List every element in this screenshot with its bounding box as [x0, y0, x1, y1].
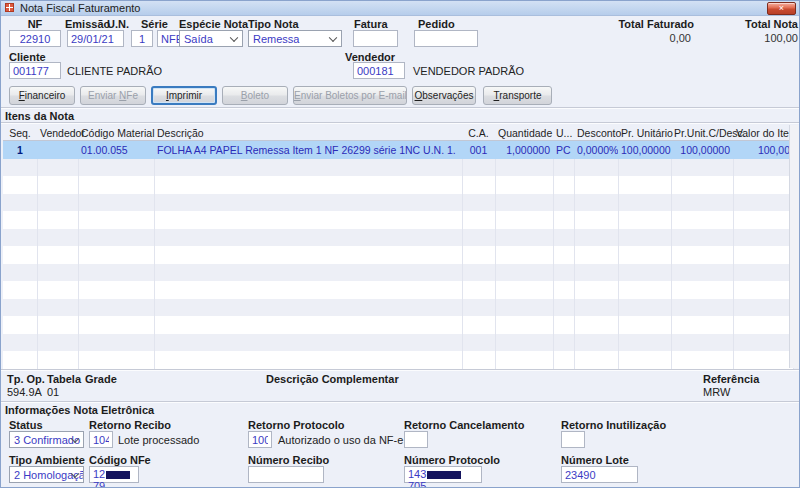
empty-cell[interactable]: [3, 316, 37, 334]
empty-cell[interactable]: [495, 176, 553, 194]
empty-cell[interactable]: [37, 159, 78, 177]
empty-cell[interactable]: [78, 299, 154, 317]
empty-cell[interactable]: [574, 299, 618, 317]
empty-cell[interactable]: [553, 316, 574, 334]
empty-cell[interactable]: [495, 229, 553, 247]
col-um[interactable]: U...: [553, 125, 574, 141]
empty-cell[interactable]: [671, 351, 733, 369]
cell-valor[interactable]: 100,00: [733, 141, 793, 159]
empty-row[interactable]: [3, 159, 793, 177]
empty-cell[interactable]: [78, 211, 154, 229]
empty-cell[interactable]: [3, 229, 37, 247]
empty-row[interactable]: [3, 264, 793, 282]
empty-cell[interactable]: [618, 334, 671, 352]
cell-vendedor[interactable]: [37, 141, 78, 159]
empty-cell[interactable]: [574, 211, 618, 229]
empty-cell[interactable]: [37, 299, 78, 317]
empty-row[interactable]: [3, 351, 793, 369]
emissao-input[interactable]: [67, 30, 124, 47]
empty-cell[interactable]: [671, 176, 733, 194]
col-ca[interactable]: C.A.: [462, 125, 495, 141]
empty-cell[interactable]: [733, 211, 793, 229]
close-button[interactable]: ×: [767, 2, 796, 15]
empty-cell[interactable]: [154, 194, 462, 212]
cliente-code-input[interactable]: [9, 62, 61, 79]
empty-cell[interactable]: [553, 351, 574, 369]
transporte-button[interactable]: Transporte: [483, 86, 552, 105]
empty-cell[interactable]: [154, 316, 462, 334]
empty-cell[interactable]: [618, 176, 671, 194]
enviar-nfe-button[interactable]: Enviar NFe: [80, 86, 146, 105]
empty-cell[interactable]: [462, 264, 495, 282]
empty-cell[interactable]: [553, 159, 574, 177]
empty-row[interactable]: [3, 229, 793, 247]
empty-cell[interactable]: [37, 264, 78, 282]
empty-cell[interactable]: [3, 334, 37, 352]
empty-cell[interactable]: [154, 334, 462, 352]
table-scrollbar[interactable]: [789, 125, 799, 368]
empty-cell[interactable]: [733, 264, 793, 282]
observacoes-button[interactable]: Observações: [412, 86, 476, 105]
empty-cell[interactable]: [495, 334, 553, 352]
empty-cell[interactable]: [671, 229, 733, 247]
empty-cell[interactable]: [574, 229, 618, 247]
empty-cell[interactable]: [574, 316, 618, 334]
empty-cell[interactable]: [671, 316, 733, 334]
empty-cell[interactable]: [618, 194, 671, 212]
empty-cell[interactable]: [462, 281, 495, 299]
empty-cell[interactable]: [78, 246, 154, 264]
empty-cell[interactable]: [733, 316, 793, 334]
empty-cell[interactable]: [462, 176, 495, 194]
empty-cell[interactable]: [553, 281, 574, 299]
empty-cell[interactable]: [671, 264, 733, 282]
col-seq[interactable]: Seq.: [3, 125, 37, 141]
empty-cell[interactable]: [553, 334, 574, 352]
codigo-nfe-field[interactable]: 1279: [89, 466, 139, 483]
empty-cell[interactable]: [3, 159, 37, 177]
empty-cell[interactable]: [37, 351, 78, 369]
empty-cell[interactable]: [618, 316, 671, 334]
empty-cell[interactable]: [495, 281, 553, 299]
empty-cell[interactable]: [618, 281, 671, 299]
empty-cell[interactable]: [154, 211, 462, 229]
col-pr-unit-c-desc[interactable]: Pr.Unit.C/Desc.: [671, 125, 733, 141]
empty-cell[interactable]: [733, 176, 793, 194]
empty-cell[interactable]: [733, 281, 793, 299]
empty-cell[interactable]: [495, 299, 553, 317]
empty-cell[interactable]: [154, 246, 462, 264]
empty-cell[interactable]: [154, 299, 462, 317]
empty-cell[interactable]: [37, 334, 78, 352]
empty-cell[interactable]: [78, 334, 154, 352]
numero-recibo-input[interactable]: [248, 466, 324, 483]
empty-cell[interactable]: [78, 176, 154, 194]
empty-cell[interactable]: [733, 246, 793, 264]
empty-cell[interactable]: [495, 159, 553, 177]
empty-cell[interactable]: [462, 211, 495, 229]
empty-cell[interactable]: [462, 229, 495, 247]
col-descricao[interactable]: Descrição: [154, 125, 462, 141]
cell-pr-unitario[interactable]: 100,00000: [618, 141, 671, 159]
numero-lote-input[interactable]: [561, 466, 638, 483]
empty-cell[interactable]: [3, 246, 37, 264]
empty-row[interactable]: [3, 194, 793, 212]
empty-cell[interactable]: [495, 316, 553, 334]
retorno-cancelamento-input[interactable]: [404, 431, 428, 448]
empty-cell[interactable]: [574, 176, 618, 194]
un-input[interactable]: [131, 30, 153, 47]
empty-cell[interactable]: [618, 351, 671, 369]
cell-um[interactable]: PC: [553, 141, 574, 159]
boleto-button[interactable]: Boleto: [222, 86, 288, 105]
empty-cell[interactable]: [3, 176, 37, 194]
financeiro-button[interactable]: Financeiro: [9, 86, 75, 105]
cell-descricao[interactable]: FOLHA A4 PAPEL Remessa Item 1 NF 26299 s…: [154, 141, 462, 159]
cell-desconto[interactable]: 0,0000%: [574, 141, 618, 159]
empty-cell[interactable]: [618, 246, 671, 264]
retorno-protocolo-input[interactable]: [248, 431, 272, 448]
empty-cell[interactable]: [495, 194, 553, 212]
empty-cell[interactable]: [671, 194, 733, 212]
empty-cell[interactable]: [495, 211, 553, 229]
cell-seq[interactable]: 1: [3, 141, 37, 159]
empty-cell[interactable]: [78, 194, 154, 212]
empty-cell[interactable]: [3, 299, 37, 317]
status-select[interactable]: 3 Confirmado: [9, 431, 84, 448]
